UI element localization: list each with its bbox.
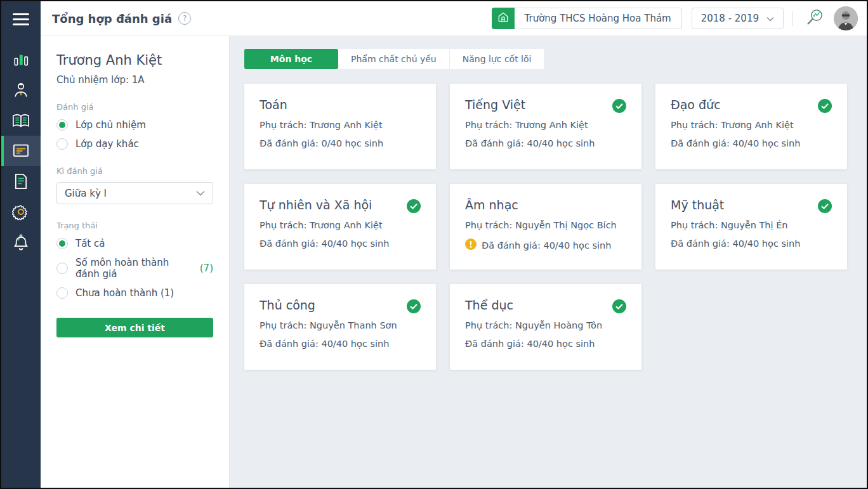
- subject-title: Thủ công: [260, 298, 421, 312]
- subject-teacher: Phụ trách: Nguyễn Thanh Sơn: [260, 320, 421, 330]
- subject-teacher: Phụ trách: Nguyễn Hoàng Tôn: [465, 320, 626, 330]
- menu-icon: [13, 13, 29, 25]
- subject-card[interactable]: Thủ công Phụ trách: Nguyễn Thanh Sơn Đã …: [244, 284, 436, 370]
- radio-icon: [56, 287, 68, 299]
- bar-chart-icon: [13, 51, 29, 68]
- subject-card[interactable]: Đạo đức Phụ trách: Trương Anh Kiệt Đã đá…: [655, 84, 847, 169]
- subject-progress: Đã đánh giá: 0/40 học sinh: [260, 138, 383, 148]
- sidebar-item-notifications[interactable]: [1, 227, 41, 258]
- tab-label: Năng lực cốt lõi: [463, 54, 532, 64]
- evaluation-group-label: Đánh giá: [56, 102, 213, 112]
- sidebar-item-settings[interactable]: [1, 197, 41, 227]
- page-title: Tổng hợp đánh giá: [52, 12, 172, 25]
- subject-progress: Đã đánh giá: 40/40 học sinh: [260, 339, 389, 349]
- period-select-value: Giữa kỳ I: [65, 188, 107, 199]
- subject-teacher: Phụ trách: Trương Anh Kiệt: [671, 120, 832, 130]
- radio-evaluation-homeroom[interactable]: Lớp chủ nhiệm: [56, 119, 213, 131]
- school-year-dropdown[interactable]: 2018 - 2019: [692, 8, 784, 29]
- teacher-class: Chủ nhiệm lớp: 1A: [56, 74, 213, 86]
- chevron-down-icon: [196, 190, 205, 196]
- tab-bar: Môn học Phẩm chất chủ yếu Năng lực cốt l…: [244, 49, 867, 69]
- period-select[interactable]: Giữa kỳ I: [56, 182, 213, 204]
- subject-card[interactable]: Tiếng Việt Phụ trách: Trương Anh Kiệt Đã…: [450, 84, 641, 169]
- radio-label: Chưa hoàn thành (1): [76, 287, 174, 299]
- school-selector[interactable]: Trường THCS Hoàng Hoa Thám: [515, 8, 682, 29]
- subject-title: Tiếng Việt: [465, 98, 626, 112]
- certificate-icon: [12, 143, 30, 159]
- body: Trương Anh Kiệt Chủ nhiệm lớp: 1A Đánh g…: [41, 36, 867, 488]
- subject-card[interactable]: Âm nhạc Phụ trách: Nguyễn Thị Ngọc Bích …: [450, 184, 641, 270]
- tab-core-qualities[interactable]: Phẩm chất chủ yếu: [338, 49, 450, 69]
- bell-icon: [12, 233, 30, 251]
- subject-title: Âm nhạc: [465, 198, 626, 212]
- statistics-search-icon[interactable]: [802, 7, 826, 30]
- rail-nav: [1, 44, 41, 258]
- check-circle-icon: [818, 99, 832, 115]
- subject-card-grid: Toán Phụ trách: Trương Anh Kiệt Đã đánh …: [244, 84, 867, 370]
- subject-teacher: Phụ trách: Nguyễn Thị Én: [671, 220, 832, 230]
- home-icon: [497, 11, 510, 26]
- check-circle-icon: [612, 99, 626, 115]
- subject-teacher: Phụ trách: Trương Anh Kiệt: [465, 120, 626, 130]
- subject-card[interactable]: Mỹ thuật Phụ trách: Nguyễn Thị Én Đã đán…: [655, 184, 847, 270]
- subject-title: Toán: [260, 98, 421, 112]
- subject-card[interactable]: Thể dục Phụ trách: Nguyễn Hoàng Tôn Đã đ…: [450, 284, 641, 370]
- menu-toggle-button[interactable]: [1, 1, 41, 37]
- subject-title: Đạo đức: [671, 98, 832, 112]
- tab-label: Phẩm chất chủ yếu: [351, 54, 437, 64]
- school-name: Trường THCS Hoàng Hoa Thám: [525, 13, 671, 24]
- subject-card[interactable]: Toán Phụ trách: Trương Anh Kiệt Đã đánh …: [244, 84, 436, 169]
- subject-teacher: Phụ trách: Trương Anh Kiệt: [260, 220, 421, 230]
- radio-icon: [56, 238, 68, 249]
- radio-label: Số môn hoàn thành đánh giá: [76, 257, 190, 280]
- check-circle-icon: [407, 299, 421, 316]
- subject-title: Mỹ thuật: [671, 198, 832, 212]
- radio-status-completed[interactable]: Số môn hoàn thành đánh giá (7): [56, 257, 213, 280]
- teacher-name: Trương Anh Kiệt: [56, 53, 213, 68]
- subject-card[interactable]: Tự nhiên và Xã hội Phụ trách: Trương Anh…: [244, 184, 436, 270]
- subject-teacher: Phụ trách: Nguyễn Thị Ngọc Bích: [465, 220, 626, 230]
- warning-icon: [465, 238, 477, 252]
- filter-panel: Trương Anh Kiệt Chủ nhiệm lớp: 1A Đánh g…: [41, 36, 230, 488]
- radio-icon: [56, 119, 68, 131]
- radio-count: (7): [200, 263, 213, 274]
- gear-icon: [12, 203, 30, 221]
- subject-progress: Đã đánh giá: 40/40 học sinh: [482, 240, 611, 251]
- check-circle-icon: [612, 299, 626, 316]
- divider: [792, 11, 793, 26]
- sidebar-item-reports[interactable]: [1, 166, 41, 197]
- subject-progress: Đã đánh giá: 40/40 học sinh: [671, 138, 800, 148]
- open-book-icon: [11, 112, 30, 129]
- view-details-button[interactable]: Xem chi tiết: [56, 318, 213, 337]
- subject-title: Thể dục: [465, 298, 626, 312]
- check-circle-icon: [407, 199, 421, 216]
- help-icon[interactable]: ?: [178, 12, 191, 25]
- topbar: Tổng hợp đánh giá ? Trường THCS Hoàng Ho…: [41, 1, 867, 36]
- chevron-down-icon: [766, 13, 774, 24]
- sidebar-item-teachers[interactable]: [1, 75, 41, 105]
- status-group-label: Trạng thái: [56, 221, 213, 230]
- subject-title: Tự nhiên và Xã hội: [260, 198, 421, 212]
- topbar-right: Trường THCS Hoàng Hoa Thám 2018 - 2019: [492, 6, 858, 30]
- icon-rail: [1, 1, 41, 488]
- tab-label: Môn học: [270, 54, 312, 64]
- home-button[interactable]: [492, 8, 515, 29]
- tab-core-competencies[interactable]: Năng lực cốt lõi: [450, 49, 544, 69]
- radio-evaluation-other-class[interactable]: Lớp dạy khác: [56, 138, 213, 150]
- main-area: Môn học Phẩm chất chủ yếu Năng lực cốt l…: [230, 36, 867, 488]
- report-icon: [13, 173, 29, 190]
- teacher-icon: [12, 81, 30, 99]
- tab-subjects[interactable]: Môn học: [244, 49, 338, 69]
- sidebar-item-statistics[interactable]: [1, 44, 41, 75]
- radio-status-incomplete[interactable]: Chưa hoàn thành (1): [56, 287, 213, 299]
- user-avatar[interactable]: [834, 6, 858, 30]
- app-window: Tổng hợp đánh giá ? Trường THCS Hoàng Ho…: [0, 0, 868, 489]
- radio-label: Tất cả: [76, 238, 105, 249]
- radio-icon: [56, 263, 68, 274]
- sidebar-item-evaluation[interactable]: [1, 105, 41, 136]
- radio-status-all[interactable]: Tất cả: [56, 238, 213, 249]
- subject-teacher: Phụ trách: Trương Anh Kiệt: [260, 120, 421, 130]
- sidebar-item-certificates[interactable]: [1, 136, 41, 166]
- content-column: Tổng hợp đánh giá ? Trường THCS Hoàng Ho…: [41, 1, 867, 488]
- subject-progress: Đã đánh giá: 40/40 học sinh: [465, 339, 595, 349]
